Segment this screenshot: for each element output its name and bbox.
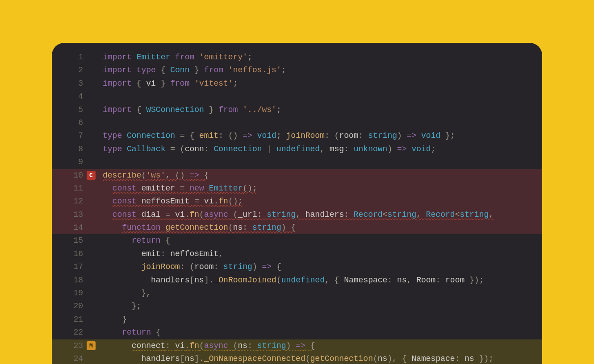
token: : bbox=[247, 341, 257, 350]
token: ; bbox=[233, 79, 238, 88]
code-editor[interactable]: 1import Emitter from 'emittery';2import … bbox=[52, 43, 542, 364]
code-line[interactable]: 22 return { bbox=[52, 326, 542, 339]
conflict-marker-icon[interactable]: C bbox=[87, 171, 96, 180]
token: ) bbox=[252, 262, 262, 271]
token: ]. bbox=[204, 276, 214, 285]
token: { bbox=[161, 66, 171, 74]
code-line[interactable]: 20 }; bbox=[52, 300, 542, 313]
token: import type bbox=[103, 66, 161, 74]
token: type bbox=[103, 131, 127, 140]
token: fn bbox=[189, 210, 199, 219]
token: from bbox=[218, 105, 243, 114]
token: function bbox=[122, 223, 165, 232]
code-content[interactable]: type Connection = { emit: () => void; jo… bbox=[103, 129, 455, 142]
code-line[interactable]: 21 } bbox=[52, 313, 542, 326]
code-line[interactable]: 4 bbox=[52, 90, 542, 103]
token: : bbox=[344, 210, 354, 219]
line-number: 8 bbox=[52, 143, 87, 156]
token: void bbox=[257, 131, 276, 140]
code-line[interactable]: 3import { vi } from 'vitest'; bbox=[52, 77, 542, 90]
code-line[interactable]: 8type Callback = (conn: Connection | und… bbox=[52, 143, 542, 156]
code-line[interactable]: 6 bbox=[52, 116, 542, 129]
code-content[interactable]: import Emitter from 'emittery'; bbox=[103, 51, 252, 64]
token: } bbox=[156, 79, 170, 88]
code-line[interactable]: 1import Emitter from 'emittery'; bbox=[52, 51, 542, 64]
code-line[interactable]: 16 emit: neffosEmit, bbox=[52, 248, 542, 261]
line-number: 2 bbox=[52, 64, 87, 77]
code-line[interactable]: 18 handlers[ns]._OnRoomJoined(undefined,… bbox=[52, 274, 542, 287]
token: handlers bbox=[141, 354, 180, 363]
code-line[interactable]: 5import { WSConnection } from '../ws'; bbox=[52, 103, 542, 116]
token: emitter bbox=[141, 184, 175, 193]
token: neffosEmit bbox=[170, 249, 218, 258]
code-content[interactable]: handlers[ns]._OnNamespaceConnected(getCo… bbox=[103, 352, 494, 364]
code-line[interactable]: 23M connect: vi.fn(async (ns: string) =>… bbox=[52, 339, 542, 352]
token: ns bbox=[233, 223, 243, 232]
code-content[interactable]: }, bbox=[103, 287, 151, 300]
token: ), { bbox=[387, 354, 411, 363]
line-number: 11 bbox=[52, 182, 87, 195]
line-number: 24 bbox=[52, 352, 87, 364]
code-content[interactable]: function getConnection(ns: string) { bbox=[103, 221, 296, 234]
code-line[interactable]: 19 }, bbox=[52, 287, 542, 300]
code-line[interactable]: 12 const neffosEmit = vi.fn(); bbox=[52, 195, 542, 208]
token: Callback bbox=[127, 145, 165, 153]
code-content[interactable]: return { bbox=[103, 326, 161, 339]
code-content[interactable]: connect: vi.fn(async (ns: string) => { bbox=[103, 339, 315, 352]
token: | bbox=[262, 145, 276, 153]
token: : ( bbox=[180, 262, 194, 271]
code-line[interactable]: 24 handlers[ns]._OnNamespaceConnected(ge… bbox=[52, 352, 542, 364]
token: ) bbox=[387, 145, 397, 153]
code-content[interactable]: } bbox=[103, 313, 127, 326]
token: ; bbox=[276, 105, 281, 114]
token: : ( bbox=[325, 131, 339, 140]
token: , bbox=[320, 145, 330, 153]
token: Record bbox=[426, 210, 455, 219]
token: : bbox=[213, 262, 223, 271]
token: handlers bbox=[151, 276, 189, 285]
code-content[interactable]: handlers[ns]._OnRoomJoined(undefined, { … bbox=[103, 274, 484, 287]
token: ; bbox=[431, 145, 436, 153]
code-line[interactable]: 15 return { bbox=[52, 234, 542, 247]
line-number: 22 bbox=[52, 326, 87, 339]
code-content[interactable]: type Callback = (conn: Connection | unde… bbox=[103, 143, 435, 156]
token: ]. bbox=[194, 354, 204, 363]
line-number: 15 bbox=[52, 234, 87, 247]
code-line[interactable]: 14 function getConnection(ns: string) { bbox=[52, 221, 542, 234]
token: ( bbox=[233, 210, 238, 219]
token: }, bbox=[141, 289, 151, 298]
code-content[interactable]: joinRoom: (room: string) => { bbox=[103, 261, 281, 273]
token: msg bbox=[330, 145, 344, 153]
code-line[interactable]: 13 const dial = vi.fn(async (_url: strin… bbox=[52, 208, 542, 221]
code-line[interactable]: 17 joinRoom: (room: string) => { bbox=[52, 261, 542, 273]
code-content[interactable]: describe('ws', () => { bbox=[103, 169, 209, 182]
modified-marker-icon[interactable]: M bbox=[87, 341, 96, 350]
token: conn bbox=[185, 145, 204, 153]
code-content[interactable]: import type { Conn } from 'neffos.js'; bbox=[103, 64, 286, 77]
token: { bbox=[272, 262, 281, 271]
code-content[interactable]: const neffosEmit = vi.fn(); bbox=[103, 195, 243, 208]
code-content[interactable]: import { WSConnection } from '../ws'; bbox=[103, 103, 281, 116]
code-content[interactable]: emit: neffosEmit, bbox=[103, 248, 223, 261]
token: }; bbox=[440, 131, 455, 140]
code-line[interactable]: 10Cdescribe('ws', () => { bbox=[52, 169, 542, 182]
code-line[interactable]: 9 bbox=[52, 156, 542, 169]
token: string bbox=[267, 210, 296, 219]
token: string bbox=[252, 223, 281, 232]
code-content[interactable]: }; bbox=[103, 300, 141, 313]
token: => bbox=[189, 171, 199, 180]
code-line[interactable]: 7type Connection = { emit: () => void; j… bbox=[52, 129, 542, 142]
code-content[interactable]: import { vi } from 'vitest'; bbox=[103, 77, 238, 90]
code-content[interactable]: const emitter = new Emitter(); bbox=[103, 182, 257, 195]
code-content[interactable]: return { bbox=[103, 234, 170, 247]
line-number: 3 bbox=[52, 77, 87, 90]
token: room bbox=[339, 131, 358, 140]
code-content[interactable]: const dial = vi.fn(async (_url: string, … bbox=[103, 208, 494, 221]
code-line[interactable]: 11 const emitter = new Emitter(); bbox=[52, 182, 542, 195]
token: undefined bbox=[276, 145, 320, 153]
token: 'emittery' bbox=[199, 53, 247, 62]
token: handlers bbox=[305, 210, 344, 219]
token bbox=[407, 145, 412, 153]
token: from bbox=[170, 53, 199, 62]
code-line[interactable]: 2import type { Conn } from 'neffos.js'; bbox=[52, 64, 542, 77]
